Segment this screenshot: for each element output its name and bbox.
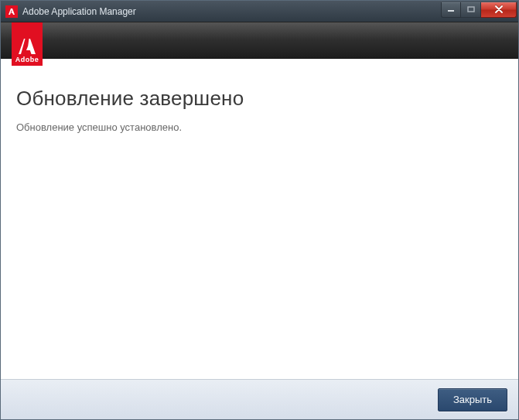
page-heading: Обновление завершено (16, 87, 503, 111)
close-button[interactable] (481, 2, 517, 18)
close-dialog-button[interactable]: Закрыть (438, 388, 507, 411)
minimize-button[interactable] (441, 2, 461, 18)
window-controls (441, 2, 517, 18)
adobe-logo: Adobe (12, 22, 43, 66)
title-bar[interactable]: Adobe Application Manager (1, 1, 518, 22)
window-title: Adobe Application Manager (22, 6, 441, 17)
footer-bar: Закрыть (1, 379, 518, 419)
svg-rect-1 (468, 7, 474, 12)
content-area: Обновление завершено Обновление успешно … (1, 59, 518, 379)
adobe-logo-text: Adobe (15, 56, 39, 63)
app-window: Adobe Application Manager Adobe Обновлен… (0, 0, 519, 420)
svg-rect-0 (448, 10, 454, 12)
header-band: Adobe (1, 22, 518, 59)
maximize-button (461, 2, 481, 18)
status-message: Обновление успешно установлено. (16, 121, 503, 133)
app-icon (5, 5, 18, 18)
